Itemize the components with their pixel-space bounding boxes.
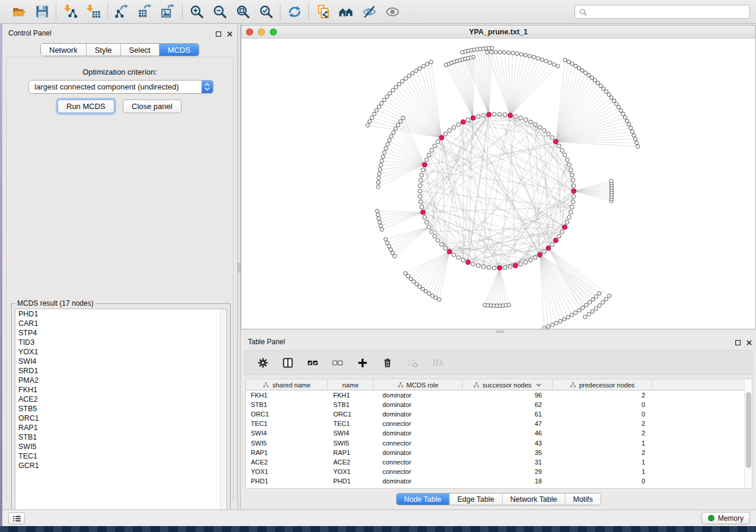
column-header-name[interactable]: name xyxy=(328,379,374,390)
tab-node-table[interactable]: Node Table xyxy=(396,493,449,505)
import-network-icon[interactable] xyxy=(62,4,78,20)
list-item[interactable]: GCR1 xyxy=(15,461,227,470)
eye-slash-icon[interactable] xyxy=(361,4,377,20)
list-item[interactable]: ACE2 xyxy=(15,395,227,404)
trash-icon[interactable] xyxy=(381,357,393,368)
horizontal-splitter[interactable] xyxy=(241,329,756,334)
save-icon[interactable] xyxy=(34,4,50,20)
import-table-icon[interactable] xyxy=(85,4,101,20)
task-history-button[interactable] xyxy=(8,512,25,524)
tab-network-table[interactable]: Network Table xyxy=(503,493,566,505)
list-item[interactable]: STB1 xyxy=(15,432,227,442)
float-panel-icon[interactable] xyxy=(734,339,741,346)
list-item[interactable]: TID3 xyxy=(15,338,227,347)
cell: YOX1 xyxy=(246,467,328,476)
open-folder-icon[interactable] xyxy=(11,4,27,20)
mcds-result-list[interactable]: PHD1CAR1STP4TID3YOX1SWI4SRD1PMA2FKH1ACE2… xyxy=(15,309,227,516)
search-input[interactable] xyxy=(591,6,746,18)
tab-mcds[interactable]: MCDS xyxy=(160,44,199,56)
table-row[interactable]: TEC1TEC1connector472 xyxy=(246,419,752,428)
list-item[interactable]: RAP1 xyxy=(15,423,227,432)
table-scrollbar[interactable] xyxy=(744,379,752,488)
cell: 47 xyxy=(462,419,553,428)
zoom-in-icon[interactable] xyxy=(189,4,205,20)
homes-icon[interactable] xyxy=(338,4,354,20)
export-network-icon[interactable] xyxy=(114,4,130,20)
cell: connector xyxy=(374,467,462,476)
list-item[interactable]: PMA2 xyxy=(15,376,227,385)
tab-motifs[interactable]: Motifs xyxy=(565,493,600,505)
tab-network[interactable]: Network xyxy=(41,44,87,56)
table-row[interactable]: SWI5SWI5connector431 xyxy=(246,438,752,447)
list-item[interactable]: STP4 xyxy=(15,328,227,338)
gear-icon[interactable] xyxy=(257,357,269,368)
network-graph[interactable] xyxy=(241,39,755,329)
clone-network-icon[interactable] xyxy=(315,4,331,20)
close-panel-icon[interactable] xyxy=(745,339,752,346)
close-panel-icon[interactable] xyxy=(226,30,233,37)
sort-chevron-icon[interactable] xyxy=(536,383,541,387)
scrollbar-thumb[interactable] xyxy=(746,392,751,468)
deselect-all-icon[interactable] xyxy=(331,357,343,368)
list-item[interactable]: TEC1 xyxy=(15,451,227,461)
table-row[interactable]: PHD1PHD1dominator180 xyxy=(246,476,752,486)
export-table-icon[interactable] xyxy=(137,4,153,20)
cell: SWI5 xyxy=(246,438,328,448)
cell: 29 xyxy=(462,467,553,476)
eye-icon[interactable] xyxy=(384,4,400,20)
list-item[interactable]: SWI4 xyxy=(15,357,227,366)
list-item[interactable]: STB5 xyxy=(15,404,227,414)
refresh-icon[interactable] xyxy=(286,4,302,20)
close-panel-button[interactable]: Close panel xyxy=(123,100,181,113)
network-titlebar[interactable]: YPA_prune.txt_1 xyxy=(241,25,755,39)
cell: 2 xyxy=(553,419,652,428)
memory-button[interactable]: Memory xyxy=(701,512,750,524)
columns-icon[interactable] xyxy=(282,357,294,368)
column-header-successor-nodes[interactable]: successor nodes xyxy=(462,379,553,390)
memory-label: Memory xyxy=(718,514,744,523)
float-panel-icon[interactable] xyxy=(215,30,222,37)
list-item[interactable]: SRD1 xyxy=(15,366,227,376)
zoom-fit-icon[interactable] xyxy=(235,4,251,20)
table-row[interactable]: YOX1YOX1connector291 xyxy=(246,467,752,476)
table-row[interactable]: SWI4SWI4dominator462 xyxy=(246,428,752,438)
list-item[interactable]: FKH1 xyxy=(15,385,227,395)
table-row[interactable]: RAP1RAP1dominator352 xyxy=(246,448,752,457)
network-canvas[interactable] xyxy=(241,39,755,329)
search-box[interactable] xyxy=(575,5,750,19)
cell: 18 xyxy=(462,476,553,486)
tab-edge-table[interactable]: Edge Table xyxy=(449,493,502,505)
list-item[interactable]: SWI5 xyxy=(15,442,227,451)
list-item[interactable]: YOX1 xyxy=(15,347,227,357)
export-image-icon[interactable] xyxy=(160,4,176,20)
table-row[interactable]: STB1STB1dominator620 xyxy=(246,400,752,409)
select-stepper-icon xyxy=(202,81,213,93)
column-header-shared-name[interactable]: shared name xyxy=(246,379,328,390)
select-all-icon[interactable] xyxy=(307,357,318,368)
zoom-out-icon[interactable] xyxy=(212,4,228,20)
shared-column-icon xyxy=(397,382,404,388)
node-table: shared namenameMCDS rolesuccessor nodesp… xyxy=(245,379,752,489)
criterion-value: largest connected component (undirected) xyxy=(29,82,202,91)
optimization-criterion-select[interactable]: largest connected component (undirected) xyxy=(28,80,213,94)
table-row[interactable]: ORC1ORC1dominator610 xyxy=(246,409,752,419)
list-item[interactable]: CAR1 xyxy=(15,319,227,328)
cell: 0 xyxy=(553,476,652,486)
run-mcds-button[interactable]: Run MCDS xyxy=(58,100,114,113)
tab-select[interactable]: Select xyxy=(121,44,160,56)
table-row[interactable]: ACE2ACE2connector311 xyxy=(246,457,752,467)
column-header-predecessor-nodes[interactable]: predecessor nodes xyxy=(553,379,652,390)
cell: dominator xyxy=(374,448,462,457)
list-scrollbar[interactable] xyxy=(220,309,227,515)
column-header-MCDS-role[interactable]: MCDS role xyxy=(374,379,462,390)
splitter-handle[interactable] xyxy=(238,263,240,273)
list-item[interactable]: PHD1 xyxy=(15,309,227,319)
zoom-selected-icon[interactable] xyxy=(258,4,274,20)
table-row[interactable]: FKH1FKH1dominator962 xyxy=(246,390,752,400)
list-item[interactable]: ORC1 xyxy=(15,414,227,423)
control-panel-tabs: NetworkStyleSelectMCDS xyxy=(40,43,199,56)
add-icon[interactable] xyxy=(356,357,368,368)
cell: 1 xyxy=(553,457,652,467)
tab-style[interactable]: Style xyxy=(87,44,121,56)
splitter-handle[interactable] xyxy=(496,331,504,333)
